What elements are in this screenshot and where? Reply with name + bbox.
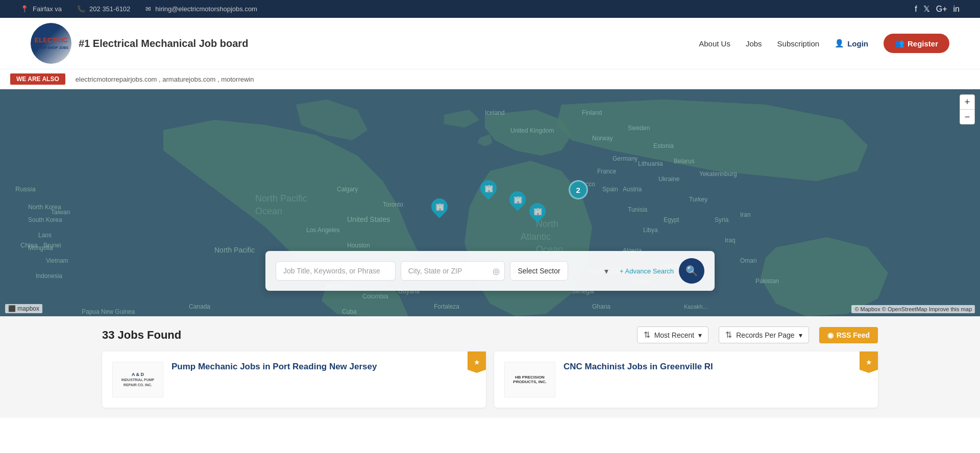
search-button[interactable]: 🔍 [679,258,704,284]
records-sort-icon: ⇅ [725,330,732,340]
rss-label: RSS Feed [837,331,870,339]
topbar: 📍 Fairfax va 📞 202 351-6102 ✉ hiring@ele… [0,0,980,18]
svg-text:Norway: Norway [592,135,613,142]
svg-text:Sweden: Sweden [628,124,650,132]
search-icon: 🔍 [685,265,698,277]
svg-text:Russia: Russia [15,185,36,193]
map-zoom-controls: + − [960,94,975,124]
svg-text:Egypt: Egypt [664,216,679,223]
map-container: North Pacific Ocean North Atlantic Ocean… [0,89,980,316]
also-badge: WE ARE ALSO [10,73,65,85]
star-icon-2: ★ [866,358,872,366]
map-cluster-1[interactable]: 2 [569,180,588,199]
job-title-1: Pump Mechanic Jobs in Port Reading New J… [172,362,377,372]
location-input[interactable] [401,261,505,281]
svg-text:North Pacific: North Pacific [214,246,255,254]
svg-text:Ghana: Ghana [592,303,610,310]
svg-text:Turkey: Turkey [689,196,707,203]
job-cards: ★ A & DINDUSTRIAL PUMP REPAIR CO. INC. P… [102,351,878,408]
nav-jobs[interactable]: Jobs [746,39,762,48]
location-icon: 📍 [20,5,29,13]
company-logo-1: A & DINDUSTRIAL PUMP REPAIR CO. INC. [112,362,163,397]
svg-text:United Kingdom: United Kingdom [510,127,554,134]
svg-text:Lithuania: Lithuania [638,160,663,167]
sort-chevron: ▾ [698,331,702,339]
svg-text:Belarus: Belarus [674,158,695,165]
nav-about[interactable]: About Us [699,39,730,48]
user-icon: 👤 [835,39,844,48]
svg-text:Fortaleza: Fortaleza [434,303,459,310]
job-card-2[interactable]: ★ HB PRECISION PRODUCTS, INC. CNC Machin… [494,351,878,408]
job-marker-icon: 🏢 [484,184,493,192]
svg-text:South Korea: South Korea [28,216,62,223]
job-info-1: Pump Mechanic Jobs in Port Reading New J… [172,362,377,374]
zoom-out-button[interactable]: − [960,110,974,124]
email-icon: ✉ [145,5,151,13]
login-button[interactable]: 👤 Login [835,39,868,48]
svg-text:Iceland: Iceland [485,109,505,116]
job-title-2: CNC Machinist Jobs in Greenville RI [564,362,713,372]
twitter-icon[interactable]: 𝕏 [923,4,930,14]
svg-text:Indonesia: Indonesia [36,272,62,280]
job-card-1[interactable]: ★ A & DINDUSTRIAL PUMP REPAIR CO. INC. P… [102,351,486,408]
map-marker-2[interactable]: 🏢 [509,191,526,208]
svg-text:Oman: Oman [740,257,757,264]
mapbox-logo-text: ⬛ mapbox [8,305,39,312]
nav: About Us Jobs Subscription 👤 Login 👥 Reg… [699,34,949,53]
also-links[interactable]: electricmotorrepairjobs.com , armaturejo… [76,76,254,83]
svg-text:Iran: Iran [740,211,751,218]
map-marker-4[interactable]: 🏢 [431,198,448,215]
advance-search-link[interactable]: + Advance Search [620,267,674,275]
svg-text:Pakistan: Pakistan [755,278,779,285]
header: ELECTRIC MOTOR SHOP JOBS #1 Electrical M… [0,18,980,69]
svg-text:Ocean: Ocean [255,206,282,216]
location-text: Fairfax va [33,5,62,13]
map-marker-1[interactable]: 🏢 [480,180,497,196]
register-button[interactable]: 👥 Register [884,34,949,53]
location-input-wrapper: ◎ [401,261,505,281]
svg-text:Ukraine: Ukraine [658,175,680,183]
sector-select-wrapper: Select Sector [510,261,615,281]
featured-badge-2: ★ [860,351,878,373]
job-marker-icon: 🏢 [435,203,444,211]
topbar-social: f 𝕏 G+ in [915,4,960,14]
results-area: 33 Jobs Found ⇅ Most Recent ▾ ⇅ Records … [0,316,980,418]
register-icon: 👥 [895,39,904,48]
map-marker-3[interactable]: 🏢 [529,203,546,219]
topbar-location: 📍 Fairfax va [20,5,62,13]
email-text: hiring@electricmotorshopjobs.com [155,5,257,13]
topbar-phone[interactable]: 📞 202 351-6102 [77,5,130,13]
svg-text:Papua New Guinea: Papua New Guinea [82,308,135,315]
rss-button[interactable]: ◉ RSS Feed [819,327,878,343]
nav-subscription[interactable]: Subscription [777,39,820,48]
svg-text:Cuba: Cuba [342,308,357,315]
svg-text:Vietnam: Vietnam [46,257,68,264]
svg-text:Libya: Libya [643,226,658,234]
svg-text:Austria: Austria [623,186,642,193]
svg-text:Atlantic: Atlantic [521,232,551,242]
googleplus-icon[interactable]: G+ [936,5,947,14]
records-per-page-control[interactable]: ⇅ Records Per Page ▾ [719,326,808,343]
mapbox-logo: ⬛ mapbox [5,304,42,313]
featured-badge-1: ★ [468,351,486,373]
svg-text:Toronto: Toronto [383,201,403,208]
brand: ELECTRIC MOTOR SHOP JOBS #1 Electrical M… [31,23,248,64]
svg-text:Germany: Germany [612,155,638,162]
svg-text:France: France [597,168,617,175]
svg-text:Los Angeles: Los Angeles [306,226,339,234]
svg-text:Canada: Canada [189,303,210,310]
keyword-input[interactable] [276,261,396,281]
svg-text:Laos: Laos [38,232,52,239]
linkedin-icon[interactable]: in [953,5,960,14]
sort-control[interactable]: ⇅ Most Recent ▾ [637,326,709,343]
sector-select[interactable]: Select Sector [510,261,568,281]
svg-text:Kazakh...: Kazakh... [684,304,707,310]
topbar-email[interactable]: ✉ hiring@electricmotorshopjobs.com [145,5,257,13]
svg-text:Yekaterinburg: Yekaterinburg [699,170,737,178]
facebook-icon[interactable]: f [915,5,917,14]
zoom-in-button[interactable]: + [960,95,974,109]
job-marker-icon: 🏢 [513,195,522,204]
job-info-2: CNC Machinist Jobs in Greenville RI [564,362,713,374]
location-target-icon: ◎ [493,266,500,276]
svg-text:Syria: Syria [715,216,729,223]
